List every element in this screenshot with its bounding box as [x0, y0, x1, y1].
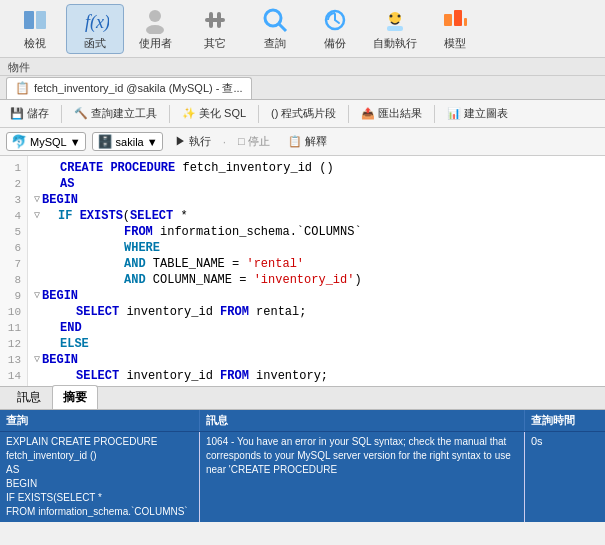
- view-icon: [21, 6, 49, 34]
- table-row: ▽BEGIN: [34, 192, 599, 208]
- fold-icon[interactable]: ▽: [34, 192, 40, 208]
- table-row: FROM information_schema.`COLUMNS`: [34, 224, 599, 240]
- sep2: [169, 105, 170, 123]
- code-snippet-button[interactable]: () 程式碼片段: [267, 104, 340, 123]
- toolbar-user-label: 使用者: [139, 36, 172, 51]
- svg-rect-14: [387, 26, 403, 31]
- cell-time: 0s: [525, 432, 605, 522]
- svg-point-8: [265, 10, 281, 26]
- line-number: 4: [6, 208, 21, 224]
- line-number: 3: [6, 192, 21, 208]
- beautify-icon: ✨: [182, 107, 196, 120]
- toolbar-function[interactable]: f(x) 函式: [66, 4, 124, 54]
- fold-icon[interactable]: ▽: [34, 208, 40, 224]
- build-query-button[interactable]: 🔨 查詢建立工具: [70, 104, 161, 123]
- run-label: ▶ 執行: [175, 134, 211, 149]
- run-button[interactable]: ▶ 執行: [169, 132, 217, 151]
- toolbar-user[interactable]: 使用者: [126, 4, 184, 54]
- object-section-label: 物件: [0, 58, 605, 76]
- results-area: 查詢 訊息 查詢時間 EXPLAIN CREATE PROCEDURE fetc…: [0, 410, 605, 522]
- toolbar-view-label: 檢視: [24, 36, 46, 51]
- line-number: 13: [6, 352, 21, 368]
- tab-bar: 📋 fetch_inventory_id @sakila (MySQL) - 查…: [0, 76, 605, 100]
- svg-point-13: [398, 15, 401, 18]
- db-name-icon: 🗄️: [97, 134, 113, 149]
- db-type-select[interactable]: 🐬 MySQL ▼: [6, 132, 86, 151]
- model-icon: [441, 6, 469, 34]
- query-icon: [261, 6, 289, 34]
- col-query-header: 查詢: [0, 410, 200, 431]
- fold-icon[interactable]: ▽: [34, 288, 40, 304]
- svg-rect-16: [454, 10, 462, 26]
- svg-line-9: [279, 24, 286, 31]
- tab-message-label: 訊息: [17, 390, 41, 404]
- line-number: 9: [6, 288, 21, 304]
- table-row: ▽IF EXISTS(SELECT *: [34, 208, 599, 224]
- db-type-icon: 🐬: [11, 134, 27, 149]
- fold-icon[interactable]: ▽: [34, 352, 40, 368]
- export-result-button[interactable]: 📤 匯出結果: [357, 104, 426, 123]
- toolbar-query-label: 查詢: [264, 36, 286, 51]
- table-row: ▽BEGIN: [34, 352, 599, 368]
- db-type-label: MySQL: [30, 136, 67, 148]
- db-name-chevron: ▼: [147, 136, 158, 148]
- table-row: END: [34, 320, 599, 336]
- db-name-select[interactable]: 🗄️ sakila ▼: [92, 132, 163, 151]
- col-time-header: 查詢時間: [525, 410, 605, 431]
- run-sep: ·: [223, 135, 226, 149]
- db-bar: 🐬 MySQL ▼ 🗄️ sakila ▼ ▶ 執行 · □ 停止 📋 解釋: [0, 128, 605, 156]
- save-button[interactable]: 💾 儲存: [6, 104, 53, 123]
- chart-icon: 📊: [447, 107, 461, 120]
- col-message-header: 訊息: [200, 410, 525, 431]
- sep1: [61, 105, 62, 123]
- line-number: 7: [6, 256, 21, 272]
- table-row: SELECT inventory_id FROM rental;: [34, 304, 599, 320]
- line-number: 5: [6, 224, 21, 240]
- main-toolbar: 檢視 f(x) 函式 使用者 其它: [0, 0, 605, 58]
- toolbar-view[interactable]: 檢視: [6, 4, 64, 54]
- query-tab-label: fetch_inventory_id @sakila (MySQL) - 查..…: [34, 81, 243, 96]
- build-query-icon: 🔨: [74, 107, 88, 120]
- tab-summary[interactable]: 摘要: [52, 385, 98, 409]
- toolbar-model[interactable]: 模型: [426, 4, 484, 54]
- table-row: AND COLUMN_NAME = 'inventory_id'): [34, 272, 599, 288]
- line-number: 6: [6, 240, 21, 256]
- svg-point-3: [149, 10, 161, 22]
- toolbar-other[interactable]: 其它: [186, 4, 244, 54]
- toolbar-backup-label: 備份: [324, 36, 346, 51]
- table-row: SELECT inventory_id FROM inventory;: [34, 368, 599, 384]
- stop-button[interactable]: □ 停止: [232, 132, 276, 151]
- db-name-label: sakila: [116, 136, 144, 148]
- tab-message[interactable]: 訊息: [6, 385, 52, 409]
- bottom-tabs: 訊息 摘要: [0, 386, 605, 410]
- svg-rect-0: [24, 11, 34, 29]
- line-number: 2: [6, 176, 21, 192]
- svg-point-4: [146, 25, 164, 34]
- build-chart-button[interactable]: 📊 建立圖表: [443, 104, 512, 123]
- svg-rect-5: [205, 18, 225, 22]
- line-numbers: 12345678910111213141516: [0, 156, 28, 386]
- sep4: [348, 105, 349, 123]
- svg-rect-15: [444, 14, 452, 26]
- svg-rect-17: [464, 18, 467, 26]
- toolbar-query[interactable]: 查詢: [246, 4, 304, 54]
- svg-rect-6: [209, 12, 213, 28]
- toolbar-autorun[interactable]: 自動執行: [366, 4, 424, 54]
- toolbar-backup[interactable]: 備份: [306, 4, 364, 54]
- user-icon: [141, 6, 169, 34]
- table-row: AS: [34, 176, 599, 192]
- query-tab[interactable]: 📋 fetch_inventory_id @sakila (MySQL) - 查…: [6, 77, 252, 99]
- sep5: [434, 105, 435, 123]
- results-header: 查詢 訊息 查詢時間: [0, 410, 605, 432]
- backup-icon: [321, 6, 349, 34]
- table-row: END: [34, 384, 599, 386]
- toolbar-function-label: 函式: [84, 36, 106, 51]
- cell-message: 1064 - You have an error in your SQL syn…: [200, 432, 525, 522]
- explain-button[interactable]: 📋 解釋: [282, 132, 333, 151]
- table-row: WHERE: [34, 240, 599, 256]
- line-number: 8: [6, 272, 21, 288]
- beautify-button[interactable]: ✨ 美化 SQL: [178, 104, 250, 123]
- svg-rect-1: [36, 11, 46, 29]
- code-editor[interactable]: 12345678910111213141516 CREATE PROCEDURE…: [0, 156, 605, 386]
- code-content[interactable]: CREATE PROCEDURE fetch_inventory_id ()AS…: [28, 156, 605, 386]
